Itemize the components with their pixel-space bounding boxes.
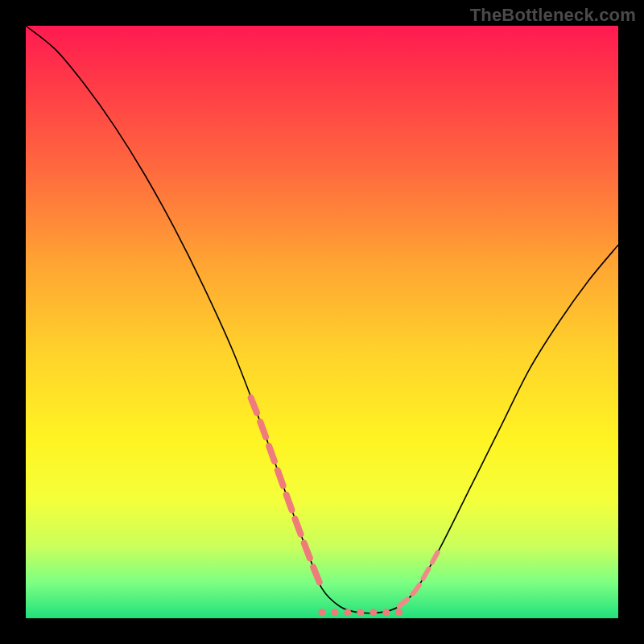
curve-svg: [26, 26, 618, 618]
valley-dot: [319, 609, 326, 616]
watermark-text: TheBottleneck.com: [470, 5, 636, 26]
valley-dot: [369, 609, 377, 616]
valley-dot: [344, 609, 351, 616]
valley-dot: [395, 609, 402, 616]
valley-dot: [357, 609, 364, 616]
valley-dot: [331, 609, 338, 616]
bottleneck-curve: [26, 26, 618, 613]
plot-area: [26, 26, 618, 618]
valley-dot: [382, 609, 390, 616]
right-ascent-highlight: [399, 547, 441, 607]
left-descent-highlight: [251, 398, 322, 588]
